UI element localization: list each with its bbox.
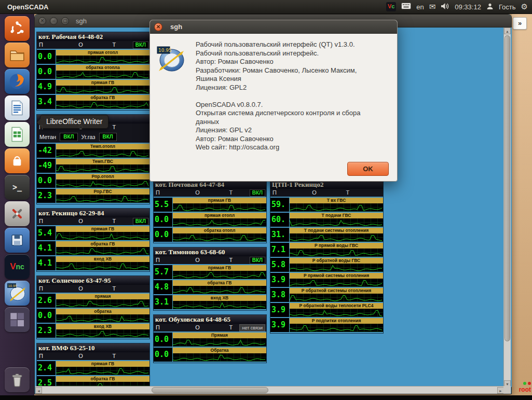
trend-chart[interactable]: [290, 264, 383, 272]
panel-title: кот. Рекинцо 62-29-84: [37, 209, 149, 217]
keyboard-icon[interactable]: [401, 3, 411, 11]
indicator-area: Vc en ✉ 09:33:12 Гость ⚙: [386, 2, 528, 11]
sensor-label: Рпр.ГВС: [56, 189, 149, 195]
scroll-left-icon[interactable]: ◄: [35, 387, 42, 394]
trend-chart[interactable]: [290, 324, 383, 332]
sensor-label: обратка ГВ: [56, 376, 149, 382]
window-minimize-button[interactable]: –: [50, 17, 58, 25]
session-gear-icon[interactable]: ⚙: [521, 2, 528, 11]
panel-col-headers: ПОТнет связи: [154, 324, 266, 332]
vertical-scrollbar[interactable]: ▲ ▼: [503, 27, 511, 387]
trend-chart[interactable]: [56, 262, 149, 270]
sensor-row: 3.9Р подпитки отопления: [270, 318, 383, 332]
sensor-value: 0.0: [154, 228, 172, 242]
trend-chart[interactable]: [173, 301, 266, 309]
dialog-titlebar[interactable]: ✕ sgh: [150, 20, 397, 34]
trend-chart[interactable]: [56, 180, 149, 188]
window-maximize-button[interactable]: ▢: [61, 17, 69, 25]
sensor-row: 2.5обратка ГВ: [37, 376, 149, 387]
trend-chart[interactable]: [290, 279, 383, 287]
sensor-label: Р прямой системы отопления: [290, 273, 383, 279]
toggle-state-button[interactable]: ВКЛ: [60, 133, 77, 141]
sensor-value: 4.8: [154, 280, 172, 294]
trend-chart[interactable]: [56, 71, 149, 79]
trend-chart[interactable]: [56, 329, 149, 338]
dialog-title: sgh: [170, 23, 182, 31]
toggle-label: Метан: [39, 134, 56, 140]
sensor-label: Р обратной воды теплосети PLC4: [290, 303, 383, 309]
launcher-item-terminal[interactable]: >_: [5, 175, 30, 200]
vnc-c: c: [391, 3, 394, 9]
trend-chart[interactable]: [173, 286, 266, 294]
trend-chart[interactable]: [56, 149, 149, 158]
trend-chart[interactable]: [290, 233, 383, 242]
trend-chart[interactable]: [173, 233, 266, 242]
sensor-value: 5.8: [270, 258, 289, 272]
trend-chart[interactable]: [56, 164, 149, 173]
vertical-scroll-thumb[interactable]: [504, 35, 510, 341]
window-close-button[interactable]: ✕: [38, 17, 46, 25]
scroll-up-icon[interactable]: ▲: [504, 27, 511, 34]
panel-on-status[interactable]: ВКЛ: [133, 42, 148, 49]
sensor-row: 59.Т вх ГВС: [270, 198, 383, 212]
ok-button[interactable]: OK: [347, 162, 389, 176]
horizontal-scrollbar[interactable]: ◄ ►: [35, 386, 504, 394]
launcher-item-workspace-switcher[interactable]: [5, 307, 30, 332]
launcher-item-libreoffice-calc[interactable]: [5, 122, 30, 147]
launcher-item-trash[interactable]: [5, 367, 30, 392]
trend-chart[interactable]: [56, 101, 149, 109]
trend-chart[interactable]: [173, 353, 266, 362]
trend-chart[interactable]: [56, 232, 149, 240]
panel-col-headers: ПОТ: [37, 352, 149, 360]
trend-chart[interactable]: [56, 56, 149, 64]
trend-chart[interactable]: [56, 195, 149, 203]
trend-chart[interactable]: [56, 299, 149, 308]
keyboard-layout-label[interactable]: en: [416, 3, 424, 11]
launcher-item-openscada[interactable]: 10.95: [5, 281, 30, 306]
panel-on-status[interactable]: ВКЛ: [250, 189, 265, 197]
panel-collapse-button[interactable]: »: [513, 17, 527, 30]
panel-on-status[interactable]: ВКЛ: [250, 257, 265, 264]
horizontal-scroll-thumb[interactable]: [152, 387, 268, 393]
trend-chart[interactable]: [173, 218, 266, 227]
user-name[interactable]: Гость: [499, 3, 516, 11]
dialog-close-icon[interactable]: ✕: [154, 23, 162, 31]
launcher-item-disk-utility[interactable]: [5, 228, 30, 253]
volume-icon[interactable]: [441, 3, 449, 11]
sensor-row: 2.4прямая ГВ: [37, 361, 149, 375]
launcher-item-libreoffice-writer[interactable]: [5, 95, 30, 120]
trend-chart[interactable]: [56, 86, 149, 94]
root-label[interactable]: root: [519, 386, 531, 393]
launcher-item-vnc-viewer[interactable]: Vnc: [5, 254, 30, 279]
trend-chart[interactable]: [56, 247, 149, 255]
sensor-row: 4.1обратка ГВ: [37, 241, 149, 255]
trend-chart[interactable]: [290, 294, 383, 302]
vnc-indicator-icon[interactable]: Vc: [386, 2, 396, 11]
sensor-value: 2.3: [37, 189, 56, 203]
launcher-item-system-settings[interactable]: [5, 201, 30, 226]
clock[interactable]: 09:33:12: [455, 3, 481, 11]
top-panel: OpenSCADA Vc en ✉ 09:33:12 Гость ⚙: [0, 0, 532, 14]
panel-on-status[interactable]: ВКЛ: [133, 218, 148, 225]
trend-chart[interactable]: [290, 309, 383, 317]
toggle-state-button[interactable]: ВКЛ: [99, 133, 117, 141]
trend-chart[interactable]: [56, 314, 149, 323]
panel-column-right: ЦТП-1 Рекинцо2ПОТ59.Т вх ГВС60.Т подачи …: [270, 180, 384, 334]
trend-chart[interactable]: [173, 203, 266, 212]
col-header: П: [39, 285, 43, 293]
trend-chart[interactable]: [173, 271, 266, 279]
trend-chart[interactable]: [290, 203, 383, 212]
trend-chart[interactable]: [173, 338, 266, 347]
col-header: Т: [112, 123, 116, 131]
scada-panel: кот. Рабочая 64-48-02ПОТВКЛ0.0прямая ото…: [36, 32, 150, 111]
mail-icon[interactable]: ✉: [429, 2, 436, 11]
trend-chart[interactable]: [290, 249, 383, 257]
launcher-item-software-center[interactable]: [5, 148, 30, 173]
trend-chart[interactable]: [56, 367, 149, 375]
launcher-item-files[interactable]: [5, 43, 30, 67]
launcher-item-dash-home[interactable]: [5, 16, 30, 41]
dialog-text-line: Лицензия: GPL v2: [196, 126, 378, 135]
sensor-value: 60.: [270, 213, 289, 227]
trend-chart[interactable]: [290, 218, 383, 227]
launcher-item-firefox[interactable]: [5, 69, 30, 94]
